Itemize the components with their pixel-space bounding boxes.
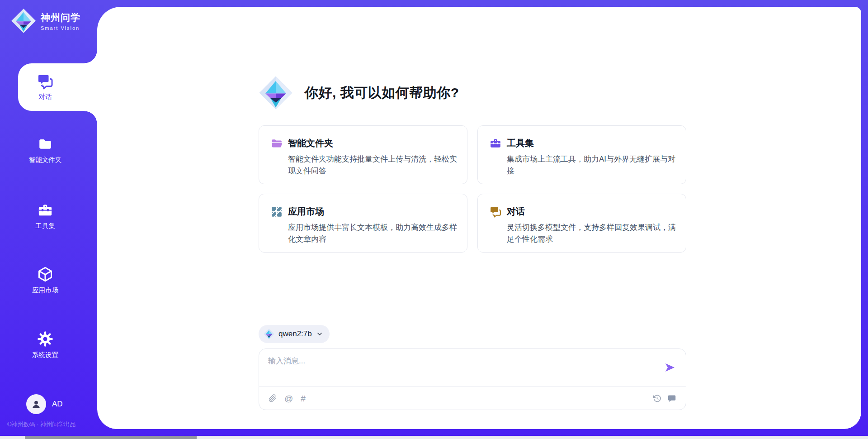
composer-toolbar: @ # [259, 387, 686, 410]
sidebar-item-label: 工具集 [35, 222, 55, 230]
chat-icon [37, 73, 53, 90]
diamond-logo-icon [259, 76, 293, 110]
message-composer: @ # [259, 348, 686, 410]
sidebar-item-chat[interactable]: 对话 [18, 63, 97, 111]
diamond-logo-icon [264, 329, 274, 339]
message-input[interactable] [268, 356, 648, 383]
cube-icon [37, 266, 53, 282]
paperclip-icon[interactable] [269, 394, 277, 402]
scrollbar-thumb[interactable] [25, 436, 197, 439]
sidebar: 神州问学 Smart Vision 对话 智能文件夹 [0, 0, 97, 439]
brand: 神州问学 Smart Vision [11, 8, 80, 33]
feature-cards: 智能文件夹 智能文件夹功能支持批量文件上传与清洗，轻松实现文件问答 [259, 125, 686, 253]
grid-icon [271, 206, 283, 218]
sidebar-item-smart-folder[interactable]: 智能文件夹 [18, 137, 72, 164]
sidebar-item-label: 系统设置 [32, 351, 58, 359]
at-icon[interactable]: @ [284, 394, 293, 403]
avatar [26, 394, 46, 414]
sidebar-item-toolset[interactable]: 工具集 [18, 203, 72, 230]
gear-icon [37, 331, 53, 347]
user-account[interactable]: AD [26, 394, 63, 414]
brand-tagline: Smart Vision [41, 25, 80, 31]
sidebar-item-label: 对话 [38, 93, 52, 101]
card-description: 智能文件夹功能支持批量文件上传与清洗，轻松实现文件问答 [288, 153, 458, 177]
chat-icon [490, 206, 501, 218]
chat-square-icon[interactable] [668, 394, 676, 403]
card-chat[interactable]: 对话 灵活切换多模型文件，支持多样回复效果调试，满足个性化需求 [477, 194, 686, 253]
sidebar-footer: ©神州数码 · 神州问学出品 [7, 420, 98, 429]
diamond-logo-icon [11, 8, 36, 33]
hash-icon[interactable]: # [301, 394, 306, 403]
card-description: 灵活切换多模型文件，支持多样回复效果调试，满足个性化需求 [507, 222, 677, 245]
person-icon [30, 398, 42, 410]
chevron-down-icon [316, 330, 323, 338]
horizontal-scrollbar[interactable] [0, 436, 868, 439]
greeting-title: 你好, 我可以如何帮助你? [305, 84, 459, 102]
sidebar-item-settings[interactable]: 系统设置 [18, 331, 72, 359]
card-title: 工具集 [507, 137, 534, 149]
folder-open-icon [271, 138, 283, 149]
card-title: 应用市场 [288, 205, 324, 218]
main-panel: 你好, 我可以如何帮助你? 智能文件夹 智能文件夹功能支持批量文件上传与清洗，轻… [97, 7, 861, 429]
card-toolset[interactable]: 工具集 集成市场上主流工具，助力AI与外界无缝扩展与对接 [477, 125, 686, 184]
folder-icon [38, 137, 53, 152]
toolbox-icon [38, 203, 53, 218]
card-description: 应用市场提供丰富长文本模板，助力高效生成多样化文章内容 [288, 222, 458, 245]
card-app-market[interactable]: 应用市场 应用市场提供丰富长文本模板，助力高效生成多样化文章内容 [259, 194, 467, 253]
history-icon[interactable] [653, 394, 661, 403]
sidebar-item-app-market[interactable]: 应用市场 [18, 266, 72, 295]
greeting: 你好, 我可以如何帮助你? [259, 76, 459, 110]
send-icon[interactable] [665, 362, 675, 373]
user-name: AD [52, 400, 63, 409]
toolbox-icon [490, 138, 501, 149]
card-title: 智能文件夹 [288, 137, 333, 149]
brand-name: 神州问学 [41, 11, 80, 24]
card-description: 集成市场上主流工具，助力AI与外界无缝扩展与对接 [507, 153, 677, 177]
sidebar-item-label: 应用市场 [32, 286, 58, 295]
card-title: 对话 [507, 205, 525, 218]
sidebar-item-label: 智能文件夹 [29, 156, 62, 164]
model-name: qwen2:7b [278, 329, 312, 339]
model-selector[interactable]: qwen2:7b [259, 325, 330, 343]
card-smart-folder[interactable]: 智能文件夹 智能文件夹功能支持批量文件上传与清洗，轻松实现文件问答 [259, 125, 467, 184]
